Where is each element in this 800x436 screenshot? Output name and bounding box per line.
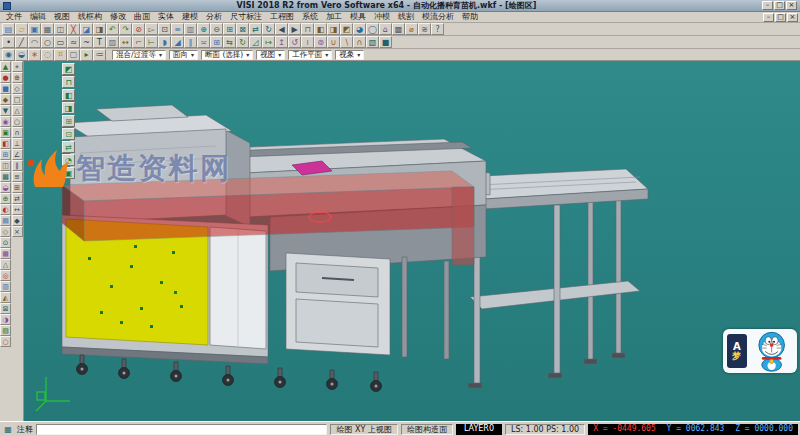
array-icon[interactable]: ⊞ [210,36,223,48]
layers-tool-icon[interactable]: ⊕ [0,193,11,204]
explode-view-icon[interactable]: ∗ [28,49,41,61]
help-tool-icon[interactable]: ○ [0,336,11,347]
line-tool-icon[interactable]: ■ [0,83,11,94]
extrude-icon[interactable]: ↥ [275,36,288,48]
maximize-button[interactable]: □ [774,1,785,10]
machining-tool-icon[interactable]: ▤ [0,215,11,226]
snap-grid-icon[interactable]: ≡ [12,171,23,182]
rectangle-icon[interactable]: ▭ [54,36,67,48]
menu-item[interactable]: 曲面 [130,12,154,22]
menu-item[interactable]: 加工 [322,12,346,22]
menu-item[interactable]: 帮助 [458,12,482,22]
section-tool-icon[interactable]: ▥ [0,281,11,292]
layer-indicator[interactable]: LAYER0 [456,424,502,435]
surface-icon[interactable]: ▧ [366,36,379,48]
snap-array-icon[interactable]: ⊞ [12,182,23,193]
side-view-icon[interactable]: ◨ [327,23,340,35]
snap-swap-icon[interactable]: ⇄ [12,193,23,204]
orbit-tool-icon[interactable]: ◔ [62,154,75,166]
transparency-icon[interactable]: ◌ [41,49,54,61]
spline-icon[interactable]: ~ [80,36,93,48]
surface-tool-icon[interactable]: ▣ [0,127,11,138]
delete-icon[interactable]: ⊘ [132,23,145,35]
workplane-info[interactable]: 绘图构造面 [401,424,453,435]
prompt-input[interactable] [36,424,327,435]
save-file-icon[interactable]: ▣ [28,23,41,35]
help-icon[interactable]: ? [431,23,444,35]
open-file-icon[interactable]: ▱ [15,23,28,35]
paste-icon[interactable]: ◨ [93,23,106,35]
pan-tool-icon[interactable]: ⇄ [62,141,75,153]
iso-view-tool-icon[interactable]: ◩ [62,63,75,75]
material-tool-icon[interactable]: ◑ [0,314,11,325]
menu-item[interactable]: 工程图 [266,12,298,22]
move-icon[interactable]: ⇆ [223,36,236,48]
sweep-icon[interactable]: ≀ [301,36,314,48]
new-file-icon[interactable]: ▤ [2,23,15,35]
top-view-tool-icon[interactable]: ⊓ [62,76,75,88]
menu-item[interactable]: 文件 [2,12,26,22]
fit-view-tool-icon[interactable]: ⊞ [62,115,75,127]
dimension-tool-icon[interactable]: ⊙ [0,237,11,248]
arc-icon[interactable]: ◠ [28,36,41,48]
print-preview-icon[interactable]: ◫ [54,23,67,35]
menu-item[interactable]: 尺寸标注 [226,12,266,22]
cut-icon[interactable]: ╳ [67,23,80,35]
extend-icon[interactable]: ⊢ [145,36,158,48]
analyze-tool-icon[interactable]: ◒ [0,182,11,193]
snap-quadrant-icon[interactable]: ◆ [12,215,23,226]
menu-item[interactable]: 建模 [178,12,202,22]
shell-icon[interactable]: ⊚ [314,36,327,48]
snap-extend-icon[interactable]: ↔ [12,204,23,215]
section-combo[interactable]: 断面 (选择) ▾ [201,50,253,60]
hatch-icon[interactable]: ▨ [106,36,119,48]
blend-combo[interactable]: 混合/过渡等 ▾ [112,50,166,60]
menu-item[interactable]: 修改 [106,12,130,22]
snap-center-icon[interactable]: ○ [12,116,23,127]
annotation-tool-icon[interactable]: ▦ [0,248,11,259]
workplane-icon[interactable]: ⌂ [379,23,392,35]
solid-tool-icon[interactable]: ◧ [0,138,11,149]
filter-icon[interactable]: ▥ [184,23,197,35]
menu-item[interactable]: 模流分析 [418,12,458,22]
snap-parallel-icon[interactable]: ∥ [12,160,23,171]
front-view-icon[interactable]: ◧ [314,23,327,35]
view-info[interactable]: 绘图 XY 上视图 [330,424,397,435]
mdi-restore-button[interactable]: □ [775,13,786,22]
point-tool-icon[interactable]: ● [0,72,11,83]
render-tool-icon[interactable]: ◎ [0,270,11,281]
select-window-icon[interactable]: ⊡ [158,23,171,35]
shade-tool-icon[interactable]: ▣ [62,167,75,179]
options-icon[interactable]: ≋ [418,23,431,35]
undo-icon[interactable]: ↶ [106,23,119,35]
lighting-icon[interactable]: ¤ [54,49,67,61]
iso-view-icon[interactable]: ◩ [340,23,353,35]
line-icon[interactable]: ╱ [15,36,28,48]
minimize-button[interactable]: – [762,1,773,10]
menu-item[interactable]: 视图 [50,12,74,22]
intersect-icon[interactable]: ∩ [353,36,366,48]
mdi-minimize-button[interactable]: – [763,13,774,22]
select-icon[interactable]: ▻ [145,23,158,35]
snap-clear-icon[interactable]: × [12,226,23,237]
snap-endpoint-icon[interactable]: ◇ [12,83,23,94]
menu-item[interactable]: 实体 [154,12,178,22]
zoom-window-icon[interactable]: ⊞ [223,23,236,35]
front-view-tool-icon[interactable]: ◧ [62,89,75,101]
face-combo[interactable]: 面向 ▾ [169,50,198,60]
zoom-region-tool-icon[interactable]: ⊡ [62,128,75,140]
union-icon[interactable]: ∪ [327,36,340,48]
offset-icon[interactable]: ∥ [184,36,197,48]
stretch-icon[interactable]: ↦ [262,36,275,48]
text-tool-icon[interactable]: T [93,36,106,48]
zoom-extents-icon[interactable]: ⊠ [236,23,249,35]
library-tool-icon[interactable]: ⊠ [0,303,11,314]
snap-angle-icon[interactable]: ∠ [12,149,23,160]
revolve-icon[interactable]: ↺ [288,36,301,48]
polyline-icon[interactable]: ≈ [67,36,80,48]
layer-manager-icon[interactable]: ≡ [171,23,184,35]
grid-toggle-icon[interactable]: ▩ [392,23,405,35]
snap-midpoint-icon[interactable]: □ [12,94,23,105]
copy-icon[interactable]: ◪ [80,23,93,35]
menu-item[interactable]: 冲模 [370,12,394,22]
